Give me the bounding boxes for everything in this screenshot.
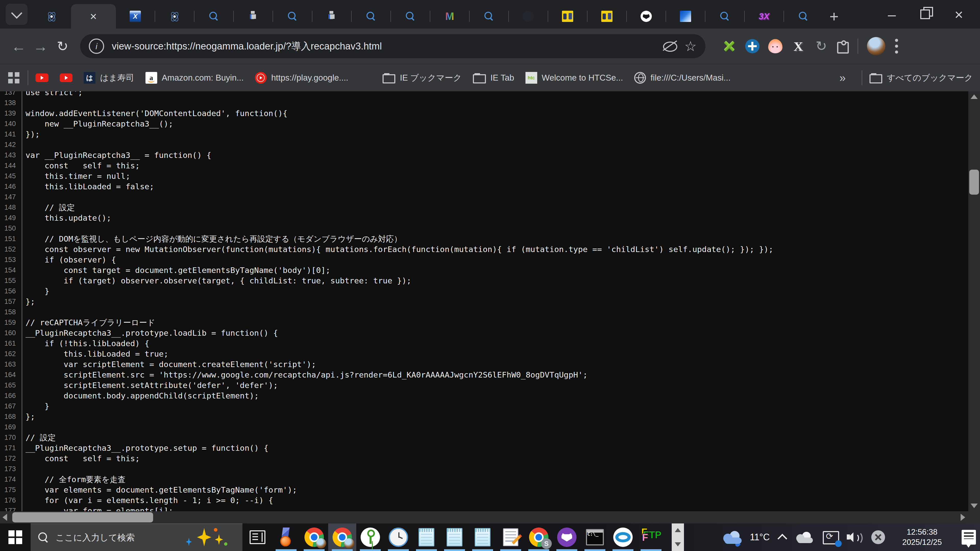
tab[interactable] [312, 4, 351, 29]
folder-icon [473, 74, 486, 84]
vertical-scrollbar-thumb[interactable] [969, 170, 979, 195]
tab[interactable]: M [430, 4, 469, 29]
tab[interactable] [784, 4, 823, 29]
tab[interactable] [234, 4, 272, 29]
bookmark-item[interactable]: https://play.google.... [255, 72, 348, 84]
apps-grid-icon[interactable] [7, 71, 21, 84]
eye-slash-icon[interactable] [662, 40, 678, 53]
tab[interactable] [469, 4, 508, 29]
taskbar-app-medal[interactable] [272, 524, 300, 551]
x-letter-extension-icon[interactable]: X [791, 39, 805, 53]
taskbar-app-terapad[interactable] [496, 524, 525, 551]
taskbar-app-cmd[interactable]: C:\_ [581, 524, 609, 551]
tab[interactable] [666, 4, 705, 29]
notification-center-icon[interactable] [962, 530, 976, 545]
close-window-button[interactable]: × [955, 6, 963, 23]
recycle-extension-icon[interactable]: ↻ [814, 39, 829, 53]
bookmark-item[interactable] [360, 72, 371, 84]
restore-button[interactable] [920, 10, 930, 19]
tab[interactable] [194, 4, 233, 29]
extensions-puzzle-icon[interactable] [837, 42, 849, 54]
bookmark-item[interactable]: IE Tab [473, 72, 514, 84]
line-text: for (var i = elements.length - 1; i >= 0… [16, 495, 273, 506]
scroll-right-arrow[interactable] [961, 514, 965, 521]
tab[interactable]: X [116, 4, 155, 29]
all-bookmarks-folder[interactable]: すべてのブックマーク [870, 72, 973, 84]
display-sync-icon[interactable]: ⟳ [823, 531, 839, 545]
tab[interactable] [352, 4, 390, 29]
taskbar-clock[interactable]: 12:56:38 2025/12/25 [893, 527, 951, 548]
taskbar-app-github[interactable] [553, 524, 581, 551]
bookmark-star-icon[interactable]: ☆ [684, 38, 697, 54]
key-icon [361, 527, 380, 547]
tab[interactable]: 3X [745, 4, 783, 29]
back-button[interactable]: ← [8, 35, 30, 57]
extensions-area: X ↻ [722, 37, 900, 56]
tab-close-icon[interactable]: × [90, 11, 97, 22]
start-button[interactable] [0, 524, 30, 551]
scroll-up-arrow[interactable] [970, 94, 978, 99]
bookmarks-overflow-button[interactable]: » [839, 71, 845, 84]
tray-overflow-chevron[interactable] [777, 532, 788, 542]
source-line: 161 if (!this.libLoaded) { [0, 338, 968, 349]
task-view-button[interactable] [246, 524, 269, 551]
bookmark-item[interactable]: aAmazon.com: Buyin... [145, 72, 244, 84]
scroll-left-arrow[interactable] [3, 514, 7, 521]
page-info-icon[interactable]: i [89, 38, 104, 54]
taskbar-app-chrome[interactable]: S [525, 524, 553, 551]
vertical-scrollbar[interactable] [968, 91, 980, 511]
source-line: 171__PluginRecaptcha3__.prototype.setup … [0, 443, 968, 453]
taskbar-app-notepad[interactable] [412, 524, 441, 551]
bookmark-item[interactable]: file:///C:/Users/Masi... [634, 72, 731, 84]
taskbar-app-ffftp[interactable]: FFTPF [637, 524, 665, 551]
tab[interactable] [705, 4, 744, 29]
bookmark-item[interactable]: htcWelcome to HTCSe... [525, 72, 623, 84]
reload-button[interactable]: ↻ [52, 35, 73, 57]
tab[interactable] [587, 4, 626, 29]
menu-kebab-icon[interactable] [894, 37, 899, 55]
onedrive-icon[interactable] [795, 530, 815, 544]
new-tab-button[interactable]: + [829, 7, 838, 25]
minimize-button[interactable]: – [888, 6, 896, 23]
flame-extension-icon[interactable] [768, 39, 783, 53]
active-tab[interactable]: × [71, 4, 116, 29]
weather-widget[interactable]: 11°C [722, 530, 770, 545]
volume-icon[interactable] [847, 530, 864, 544]
url-text[interactable]: view-source:https://neogamma.loader.jp/?… [112, 40, 660, 53]
bookmark-item[interactable]: ははま寿司 [84, 72, 134, 84]
taskbar-app-clock[interactable] [384, 524, 412, 551]
forward-button[interactable]: → [30, 35, 52, 57]
horizontal-scrollbar[interactable] [0, 511, 980, 524]
bookmark-item[interactable] [35, 73, 48, 83]
tab[interactable] [548, 4, 587, 29]
tab-search-button[interactable] [6, 3, 27, 25]
tab[interactable] [155, 4, 194, 29]
status-circle-x-icon[interactable] [871, 530, 885, 544]
taskbar-app-notepad[interactable] [469, 524, 496, 551]
tab[interactable] [627, 4, 666, 29]
tab[interactable] [32, 4, 71, 29]
tab[interactable] [509, 4, 548, 29]
horizontal-scrollbar-thumb[interactable] [12, 512, 153, 522]
bookmark-item[interactable]: IE ブックマーク [383, 72, 462, 84]
tab[interactable] [273, 4, 312, 29]
taskbar-app-chrome[interactable] [300, 524, 328, 551]
profile-avatar[interactable] [867, 37, 885, 56]
taskbar-scroll-strip[interactable] [672, 524, 684, 551]
blue-cross-extension-icon[interactable] [745, 39, 759, 53]
green-x-extension-icon[interactable] [722, 39, 737, 53]
bookmark-item[interactable] [60, 73, 73, 83]
line-number: 159 [0, 318, 16, 328]
scroll-down-arrow[interactable] [970, 503, 978, 508]
taskbar-app-chrome[interactable] [328, 524, 356, 551]
taskbar-search-box[interactable] [30, 524, 242, 551]
taskbar-app-notepad[interactable] [441, 524, 469, 551]
toolbar-separator [858, 38, 858, 54]
taskbar-app-key[interactable] [356, 524, 384, 551]
source-line: 177 var form = elements[i]; [0, 506, 968, 511]
search-input[interactable] [55, 532, 169, 543]
line-number: 137 [0, 91, 16, 98]
address-bar[interactable]: i view-source:https://neogamma.loader.jp… [80, 34, 705, 58]
taskbar-app-sphere[interactable] [609, 524, 637, 551]
tab[interactable] [391, 4, 430, 29]
